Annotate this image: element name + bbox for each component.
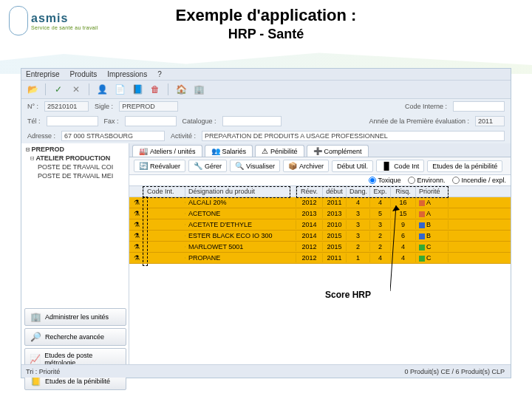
btn-archiver[interactable]: 📦Archiver	[283, 160, 329, 172]
search-icon: 🔎	[30, 332, 41, 342]
sigle-field: PREPROD	[119, 101, 178, 112]
left-actions: 🏢Administrer les unités 🔎Recherche avanc…	[21, 305, 129, 393]
main-toolbar: 📂 ✓ ✕ 👤 📄 📘 🗑 🏠 🏢	[21, 81, 511, 99]
btn-etudes[interactable]: Etudes de la pénibilité	[427, 160, 502, 172]
tab-ateliers[interactable]: 🏭Ateliers / unités	[132, 145, 202, 157]
menu-help[interactable]: ?	[157, 70, 162, 78]
warning-icon: ⚠	[262, 147, 268, 155]
users-icon: 👥	[211, 147, 220, 155]
adresse-field[interactable]: 67 000 STRASBOURG	[61, 131, 165, 141]
btn-recherche[interactable]: 🔎Recherche avancée	[24, 328, 126, 346]
open-icon[interactable]: 📂	[26, 83, 39, 96]
content-panel: 🏭Ateliers / unités 👥Salariés ⚠Pénibilité…	[129, 143, 511, 369]
logo-text: asmis	[31, 12, 98, 25]
table-row[interactable]: ⚗ACETONE201320133515A	[129, 208, 511, 219]
btn-admin-unites[interactable]: 🏢Administrer les unités	[24, 308, 126, 326]
btn-visualiser[interactable]: 🔍Visualiser	[230, 160, 280, 172]
chart-icon: 📈	[30, 354, 41, 364]
menu-impressions[interactable]: Impressions	[107, 70, 147, 78]
btn-gerer[interactable]: 🔧Gérer	[188, 160, 227, 172]
fax-field[interactable]	[125, 116, 177, 126]
info-row-1: N° : 25210101 Sigle : PREPROD Code Inter…	[21, 99, 511, 114]
eye-icon: 🔍	[235, 162, 244, 170]
filter-incendie[interactable]: Incendie / expl.	[452, 177, 506, 184]
flask-icon: ⚗	[134, 254, 140, 262]
col-exp[interactable]: Exp.	[370, 186, 391, 197]
btn-reevaluer[interactable]: 🔄Reévaluer	[134, 160, 185, 172]
user-icon[interactable]: 👤	[95, 83, 109, 96]
btn-codeint[interactable]: ▐▌Code Int	[376, 160, 424, 172]
flask-icon: ⚗	[134, 199, 140, 206]
col-dang[interactable]: Dang.	[347, 186, 370, 197]
tree-unit[interactable]: ⊟ATELIER PRODUCTION	[23, 154, 127, 163]
codeint-label: Code Interne :	[405, 103, 447, 110]
info-row-2: Tél : Fax : Catalogue : Année de la Prem…	[21, 114, 511, 129]
flask-icon: ⚗	[134, 221, 140, 228]
tab-salaries[interactable]: 👥Salariés	[205, 145, 253, 157]
filter-toxique[interactable]: Toxique	[369, 177, 400, 184]
table-row[interactable]: ⚗MARLOWET 500120122015224C	[129, 242, 511, 253]
plus-icon: ➕	[313, 147, 322, 155]
home-icon[interactable]: 🏠	[174, 83, 188, 96]
flask-icon: ⚗	[134, 210, 140, 217]
btn-debut[interactable]: Début Util.	[332, 160, 373, 172]
tree-root[interactable]: ⊟PREPROD	[23, 145, 127, 154]
status-right: 0 Produit(s) CE / 6 Produit(s) CLP	[404, 368, 511, 375]
tel-field[interactable]	[47, 116, 98, 126]
status-left: Tri : Priorité	[21, 368, 404, 375]
tree-post-1[interactable]: POSTE DE TRAVAIL COI	[23, 163, 127, 171]
annee-field: 2011	[475, 116, 505, 126]
codeint-field[interactable]	[453, 101, 505, 112]
grid-header: Code Int. Désignation du produit Réev. d…	[129, 186, 511, 197]
refresh-icon: 🔄	[139, 162, 148, 170]
score-annotation: Score HRP	[325, 290, 371, 300]
logo: asmis Service de santé au travail	[9, 6, 98, 35]
delete-icon[interactable]: 🗑	[149, 83, 162, 96]
col-icon[interactable]	[129, 186, 144, 197]
statusbar: Tri : Priorité 0 Produit(s) CE / 6 Produ…	[21, 364, 511, 378]
logo-subtitle: Service de santé au travail	[31, 25, 98, 30]
folder-icon[interactable]: 📘	[131, 83, 144, 96]
flask-icon: ⚗	[134, 232, 140, 239]
menu-produits[interactable]: Produits	[70, 70, 98, 78]
svg-line-0	[390, 205, 396, 291]
table-row[interactable]: ⚗ACETATE D'ETHYLE20142010339B	[129, 219, 511, 231]
menubar[interactable]: Entreprise Produits Impressions ?	[21, 69, 511, 81]
adresse-label: Adresse :	[27, 132, 55, 140]
catalogue-label: Catalogue :	[183, 117, 216, 125]
fax-label: Fax :	[104, 117, 119, 125]
tree-post-2[interactable]: POSTE DE TRAVAIL MEI	[23, 171, 127, 180]
wrench-icon: 🔧	[194, 162, 202, 170]
col-priorite[interactable]: Priorité	[416, 186, 449, 197]
application-window: Entreprise Produits Impressions ? 📂 ✓ ✕ …	[21, 68, 511, 378]
document-icon[interactable]: 📄	[113, 83, 126, 96]
table-row[interactable]: ⚗ALCALI 20%201220114416A	[129, 197, 511, 208]
tab-penibilite[interactable]: ⚠Pénibilité	[255, 145, 304, 157]
table-row[interactable]: ⚗ESTER BLACK ECO IO 30020142015326B	[129, 231, 511, 242]
catalogue-field[interactable]	[222, 116, 282, 126]
barcode-icon: ▐▌	[381, 162, 392, 170]
activite-field[interactable]: PREPARATION DE PRODUITS A USAGE PROFESSI…	[202, 131, 505, 141]
tabs: 🏭Ateliers / unités 👥Salariés ⚠Pénibilité…	[129, 143, 511, 157]
num-field: 25210101	[44, 101, 89, 112]
book-icon: 📒	[30, 376, 41, 386]
cancel-icon[interactable]: ✕	[69, 83, 83, 96]
check-icon[interactable]: ✓	[52, 83, 65, 96]
col-reev[interactable]: Réev.	[296, 186, 323, 197]
archive-icon: 📦	[288, 162, 297, 170]
col-designation[interactable]: Désignation du produit	[185, 186, 296, 197]
menu-entreprise[interactable]: Entreprise	[26, 70, 60, 78]
products-grid[interactable]: Code Int. Désignation du produit Réev. d…	[129, 186, 511, 369]
grid-body: ⚗ALCALI 20%201220114416A⚗ACETONE20132013…	[129, 197, 511, 264]
factory-icon: 🏭	[139, 147, 148, 155]
table-row[interactable]: ⚗PROPANE20122011144C	[129, 253, 511, 264]
tab-complement[interactable]: ➕Complément	[307, 145, 369, 157]
svg-marker-1	[392, 205, 400, 211]
col-risq[interactable]: Risq.	[391, 186, 416, 197]
filter-environn[interactable]: Environn.	[408, 177, 445, 184]
filter-row: Toxique Environn. Incendie / expl.	[129, 175, 511, 186]
col-codeint[interactable]: Code Int.	[144, 186, 185, 197]
flask-icon: ⚗	[134, 243, 140, 250]
col-debut[interactable]: début	[323, 186, 347, 197]
company-icon[interactable]: 🏢	[192, 83, 205, 96]
